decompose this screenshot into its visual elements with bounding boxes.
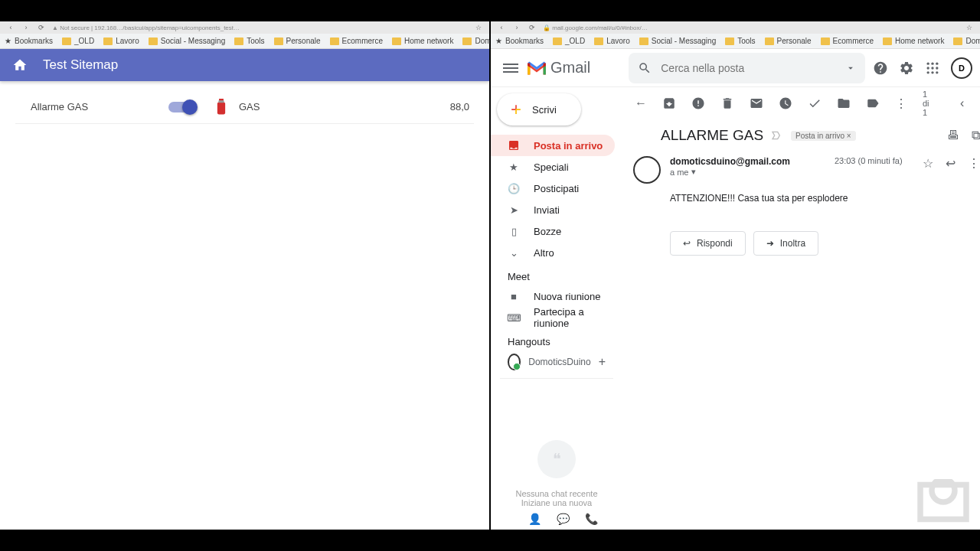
back-icon[interactable]: ‹	[497, 23, 506, 32]
browser-toolbar-left: ‹ › ⟳ ▲ Not secure | 192.168…/basicui/ap…	[0, 21, 489, 34]
svg-point-6	[927, 67, 929, 69]
reply-icon[interactable]: ↩	[946, 156, 956, 171]
sender-avatar[interactable]	[633, 156, 661, 184]
delete-icon[interactable]	[720, 96, 734, 110]
settings-icon[interactable]	[899, 60, 914, 76]
label-icon[interactable]	[866, 96, 880, 110]
reply-button[interactable]: ↩Rispondi	[670, 231, 746, 256]
email-time: 23:03 (0 minuti fa)	[835, 156, 903, 165]
task-icon[interactable]	[808, 96, 822, 110]
popout-icon[interactable]: ⧉	[972, 129, 980, 142]
hangouts-section: Hangouts	[491, 328, 622, 350]
support-icon[interactable]	[873, 60, 888, 76]
print-icon[interactable]: 🖶	[947, 129, 959, 142]
nav-sent[interactable]: ➤Inviati	[491, 199, 615, 220]
back-icon[interactable]: ‹	[6, 23, 15, 32]
unread-icon[interactable]	[750, 96, 763, 110]
bookmark-home[interactable]: Home network	[392, 37, 453, 45]
email-counter: 1 di 1	[923, 90, 933, 117]
more-icon[interactable]: ⋮	[968, 156, 980, 171]
email-body: ATTENZIONE!!! Casa tua sta per esplodere	[622, 188, 980, 219]
star-icon[interactable]: ☆	[474, 23, 483, 32]
gmail-brand: Gmail	[550, 59, 590, 77]
bookmark-tools[interactable]: Tools	[725, 37, 755, 45]
reload-icon[interactable]: ⟳	[37, 23, 46, 32]
bookmark-lavoro[interactable]: Lavoro	[103, 37, 139, 45]
spam-icon[interactable]	[691, 96, 705, 110]
gas-canister-icon	[214, 99, 228, 116]
forward-icon[interactable]: ›	[512, 23, 521, 32]
bookmark-star[interactable]: ★Bookmarks	[5, 37, 53, 45]
nav-more[interactable]: ⌄Altro	[491, 242, 615, 263]
home-icon[interactable]	[12, 57, 28, 73]
bookmarks-bar-left: ★Bookmarks _OLD Lavoro Social - Messagin…	[0, 34, 489, 49]
meet-new[interactable]: ■Nuova riunione	[491, 285, 615, 307]
nav-inbox[interactable]: Posta in arrivo	[491, 135, 615, 156]
bookmark-ecommerce[interactable]: Ecommerce	[330, 37, 383, 45]
svg-rect-2	[218, 100, 224, 103]
star-icon[interactable]: ☆	[923, 156, 933, 171]
nav-snoozed[interactable]: 🕒Posticipati	[491, 178, 615, 199]
search-options-icon[interactable]	[845, 63, 856, 73]
prev-icon[interactable]: ‹	[956, 96, 969, 110]
person-icon[interactable]: 👤	[528, 513, 541, 525]
compose-button[interactable]: + Scrivi	[497, 93, 581, 126]
bookmark-domoticsduino[interactable]: Domoticsduino	[953, 37, 980, 45]
move-icon[interactable]	[837, 96, 851, 110]
inbox-tag[interactable]: Posta in arrivo ×	[791, 131, 856, 141]
gas-label: GAS	[239, 101, 450, 112]
allarme-gas-switch[interactable]	[168, 102, 196, 112]
back-icon[interactable]: ←	[635, 96, 647, 110]
bookmark-social[interactable]: Social - Messaging	[149, 37, 225, 45]
nav-drafts[interactable]: ▯Bozze	[491, 220, 615, 242]
hangouts-avatar	[508, 354, 521, 370]
bookmark-lavoro[interactable]: Lavoro	[594, 37, 630, 45]
svg-point-8	[936, 67, 938, 69]
reload-icon[interactable]: ⟳	[528, 23, 537, 32]
search-input[interactable]	[661, 62, 836, 74]
bookmark-home[interactable]: Home network	[883, 37, 944, 45]
archive-icon[interactable]	[662, 96, 676, 110]
bookmark-domoticsduino[interactable]: Domoticsduino	[462, 37, 491, 45]
url-bar[interactable]: 🔒 mail.google.com/mail/u/0/#inbox/…	[543, 24, 959, 31]
next-icon[interactable]: ›	[977, 96, 980, 110]
forward-icon[interactable]: ›	[21, 23, 31, 32]
account-avatar[interactable]: D	[951, 57, 972, 79]
url-bar[interactable]: ▲ Not secure | 192.168…/basicui/app/site…	[52, 24, 468, 31]
bookmark-tools[interactable]: Tools	[234, 37, 264, 45]
important-icon[interactable]	[771, 129, 783, 142]
nav-starred[interactable]: ★Speciali	[491, 156, 615, 178]
svg-rect-0	[217, 102, 225, 114]
hangouts-add-icon[interactable]: +	[599, 355, 606, 369]
gmail-logo-icon	[526, 60, 547, 77]
meet-join[interactable]: ⌨Partecipa a riunione	[491, 307, 615, 328]
bookmark-old[interactable]: _OLD	[553, 37, 585, 45]
hangouts-user[interactable]: DomoticsDuino +	[491, 350, 622, 373]
bookmark-star[interactable]: ★Bookmarks	[495, 37, 544, 45]
bookmark-ecommerce[interactable]: Ecommerce	[821, 37, 874, 45]
bookmark-personale[interactable]: Personale	[765, 37, 812, 45]
star-icon: ★	[508, 161, 520, 173]
gmail-logo[interactable]: Gmail	[526, 59, 590, 77]
email-subject: ALLARME GAS	[661, 127, 763, 144]
apps-icon[interactable]	[925, 60, 940, 76]
browser-toolbar-right: ‹ › ⟳ 🔒 mail.google.com/mail/u/0/#inbox/…	[491, 21, 980, 34]
email-to[interactable]: a me▾	[670, 167, 790, 177]
bookmark-social[interactable]: Social - Messaging	[639, 37, 716, 45]
search-box[interactable]	[629, 53, 865, 83]
forward-button[interactable]: ➜Inoltra	[753, 231, 818, 256]
svg-point-3	[927, 62, 929, 64]
bookmark-old[interactable]: _OLD	[62, 37, 94, 45]
gmail-header: Gmail D	[491, 49, 980, 87]
row-allarme-gas: Allarme GAS GAS 88,0	[15, 90, 474, 124]
email-meta: domoticsduino@gmail.com a me▾ 23:03 (0 m…	[622, 148, 980, 188]
snooze-icon[interactable]	[779, 96, 792, 110]
more-icon[interactable]: ⋮	[895, 96, 907, 110]
menu-icon[interactable]	[503, 60, 518, 76]
phone-icon[interactable]: 📞	[585, 513, 598, 525]
star-icon[interactable]: ☆	[965, 23, 974, 32]
chat-icon[interactable]: 💬	[557, 513, 570, 525]
bookmark-personale[interactable]: Personale	[274, 37, 321, 45]
chevron-down-icon: ▾	[691, 167, 696, 177]
bookmarks-bar-right: ★Bookmarks _OLD Lavoro Social - Messagin…	[491, 34, 980, 49]
